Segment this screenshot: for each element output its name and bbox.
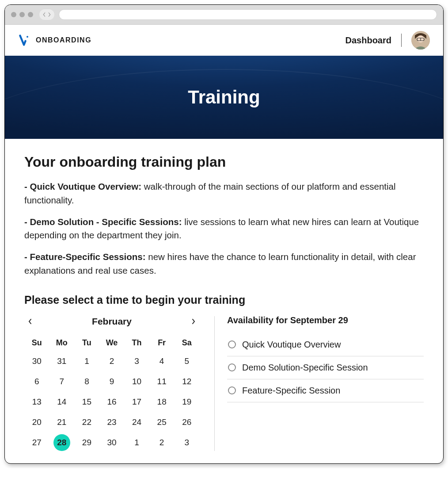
brand[interactable]: ONBOARDING <box>18 34 91 46</box>
calendar-row: 303112345 <box>24 351 199 371</box>
option-label: Feature-Specific Session <box>242 386 340 396</box>
weekday: We <box>99 335 125 351</box>
calendar-day[interactable]: 5 <box>174 351 199 371</box>
calendar-day[interactable]: 9 <box>99 371 125 392</box>
calendar: February Su Mo Tu We Th Fr Sa 3031123456… <box>24 314 214 453</box>
availability-title: Availability for September 29 <box>227 315 424 325</box>
calendar-day[interactable]: 12 <box>174 371 199 392</box>
brand-name: ONBOARDING <box>36 36 91 44</box>
calendar-day[interactable]: 14 <box>49 392 75 412</box>
availability-option[interactable]: Quick Voutique Overview <box>227 333 424 356</box>
back-icon[interactable] <box>42 12 46 17</box>
radio-icon <box>228 386 236 394</box>
availability-panel: Availability for September 29 Quick Vout… <box>227 314 424 453</box>
prev-month-button[interactable] <box>27 318 33 325</box>
option-label: Quick Voutique Overview <box>242 340 341 350</box>
window-min-dot[interactable] <box>19 12 25 17</box>
radio-icon <box>228 363 236 371</box>
calendar-header: February <box>24 314 199 329</box>
window-max-dot[interactable] <box>28 12 33 17</box>
hero-banner: Training <box>5 56 443 139</box>
svg-point-0 <box>27 36 28 38</box>
plan-item: - Feature-Specific Sessions: new hires h… <box>24 250 424 278</box>
plan-item-label: - Feature-Specific Sessions: <box>24 252 146 262</box>
weekday: Sa <box>174 335 199 351</box>
plan-heading: Your onboarding training plan <box>24 154 424 170</box>
calendar-day[interactable]: 3 <box>174 432 199 453</box>
weekday: Tu <box>74 335 99 351</box>
calendar-day[interactable]: 31 <box>49 351 75 371</box>
chevron-left-icon <box>28 318 32 325</box>
calendar-day[interactable]: 22 <box>74 412 99 432</box>
calendar-day[interactable]: 7 <box>49 371 75 392</box>
plan-item: - Demo Solution - Specific Sessions: liv… <box>24 215 424 243</box>
main-content: Your onboarding training plan - Quick Vo… <box>5 139 443 463</box>
window-close-dot[interactable] <box>11 12 16 17</box>
option-label: Demo Solution-Specific Session <box>242 363 368 373</box>
availability-option[interactable]: Demo Solution-Specific Session <box>227 356 424 379</box>
weekday: Th <box>124 335 149 351</box>
browser-chrome <box>5 5 443 25</box>
calendar-body: 3031123456789101112131415161718192021222… <box>24 351 199 453</box>
calendar-day[interactable]: 17 <box>124 392 149 412</box>
plan-item-label: - Demo Solution - Specific Sessions: <box>24 217 182 227</box>
weekday: Su <box>24 335 49 351</box>
calendar-day[interactable]: 30 <box>99 432 125 453</box>
calendar-day[interactable]: 2 <box>149 432 175 453</box>
calendar-row: 13141516171819 <box>24 392 199 412</box>
calendar-day[interactable]: 18 <box>149 392 175 412</box>
calendar-day[interactable]: 28 <box>49 432 75 453</box>
calendar-row: 20212223242526 <box>24 412 199 432</box>
calendar-day[interactable]: 6 <box>24 371 49 392</box>
nav-arrows <box>39 9 54 20</box>
window-controls <box>11 12 33 17</box>
calendar-day[interactable]: 24 <box>124 412 149 432</box>
calendar-row: 6789101112 <box>24 371 199 392</box>
brand-logo-icon <box>18 34 30 46</box>
calendar-day[interactable]: 3 <box>124 351 149 371</box>
calendar-day[interactable]: 1 <box>124 432 149 453</box>
vertical-separator <box>214 316 215 451</box>
header-divider <box>401 34 402 47</box>
schedule-heading: Please select a time to begin your train… <box>24 294 424 306</box>
calendar-day[interactable]: 25 <box>149 412 175 432</box>
nav-dashboard[interactable]: Dashboard <box>345 35 391 46</box>
plan-item-label: - Quick Voutique Overview: <box>24 181 141 191</box>
calendar-day[interactable]: 13 <box>24 392 49 412</box>
calendar-day[interactable]: 15 <box>74 392 99 412</box>
next-month-button[interactable] <box>190 318 197 325</box>
calendar-day[interactable]: 21 <box>49 412 75 432</box>
calendar-day[interactable]: 19 <box>174 392 199 412</box>
booking-area: February Su Mo Tu We Th Fr Sa 3031123456… <box>24 314 424 453</box>
calendar-day[interactable]: 16 <box>99 392 125 412</box>
calendar-day[interactable]: 2 <box>99 351 125 371</box>
calendar-day[interactable]: 8 <box>74 371 99 392</box>
calendar-row: 27282930123 <box>24 432 199 453</box>
calendar-day[interactable]: 1 <box>74 351 99 371</box>
calendar-weekdays: Su Mo Tu We Th Fr Sa <box>24 335 199 351</box>
calendar-day[interactable]: 27 <box>24 432 49 453</box>
plan-item: - Quick Voutique Overview: walk-through … <box>24 180 424 207</box>
calendar-month: February <box>92 316 132 327</box>
calendar-day[interactable]: 10 <box>124 371 149 392</box>
forward-icon[interactable] <box>48 12 51 17</box>
hero-title: Training <box>188 87 260 108</box>
app-header: ONBOARDING Dashboard <box>5 25 443 56</box>
calendar-day[interactable]: 29 <box>74 432 99 453</box>
calendar-day[interactable]: 11 <box>149 371 175 392</box>
weekday: Mo <box>49 335 75 351</box>
header-right: Dashboard <box>345 31 430 50</box>
weekday: Fr <box>149 335 175 351</box>
radio-icon <box>228 340 236 348</box>
calendar-day[interactable]: 23 <box>99 412 125 432</box>
calendar-day[interactable]: 4 <box>149 351 175 371</box>
browser-window: ONBOARDING Dashboard Training Your onboa… <box>4 4 444 464</box>
chevron-right-icon <box>191 318 196 325</box>
availability-option[interactable]: Feature-Specific Session <box>227 379 424 402</box>
url-bar[interactable] <box>59 9 437 20</box>
avatar[interactable] <box>411 31 430 50</box>
calendar-day[interactable]: 30 <box>24 351 49 371</box>
calendar-day[interactable]: 26 <box>174 412 199 432</box>
calendar-day[interactable]: 20 <box>24 412 49 432</box>
